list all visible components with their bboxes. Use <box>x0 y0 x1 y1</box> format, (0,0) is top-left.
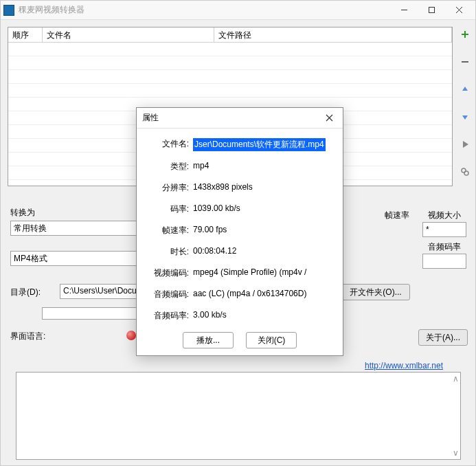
svg-point-2 <box>464 171 468 175</box>
convert-mode-combo[interactable]: 常用转换 <box>10 221 148 236</box>
col-filepath[interactable]: 文件路径 <box>214 27 452 42</box>
progress-bar <box>42 307 152 320</box>
dialog-close-btn[interactable]: 关闭(C) <box>246 332 297 348</box>
titlebar: 稞麦网视频转换器 <box>1 1 475 20</box>
col-filename[interactable]: 文件名 <box>43 27 214 42</box>
audio-bitrate-label: 音频码率 <box>428 241 461 253</box>
convert-to-label: 转换为 <box>10 207 35 219</box>
table-row[interactable] <box>8 56 452 70</box>
col-order[interactable]: 顺序 <box>8 27 43 42</box>
table-row[interactable] <box>8 43 452 56</box>
window-title: 稞麦网视频转换器 <box>19 4 390 16</box>
scroll-down-icon[interactable]: ∨ <box>453 448 459 458</box>
play-button[interactable] <box>457 137 473 152</box>
remove-button[interactable] <box>457 54 473 69</box>
dialog-play-button[interactable]: 播放... <box>183 332 234 348</box>
table-header: 顺序 文件名 文件路径 <box>8 27 452 43</box>
prop-filename: 文件名: Jser\Documents\软件更新流程.mp4 <box>146 138 333 151</box>
combo-value: 常用转换 <box>14 223 47 234</box>
prop-type: 类型: mp4 <box>146 161 333 173</box>
prop-fps: 帧速率: 79.00 fps <box>146 225 333 236</box>
settings-button[interactable] <box>457 164 473 179</box>
prop-vcodec: 视频编码: mpeg4 (Simple Profile) (mp4v / <box>146 267 333 279</box>
move-up-button[interactable] <box>457 82 473 97</box>
dialog-button-row: 播放... 关闭(C) <box>137 332 343 348</box>
add-button[interactable] <box>457 27 473 42</box>
table-row[interactable] <box>8 84 452 98</box>
prop-acodec: 音频编码: aac (LC) (mp4a / 0x6134706D) <box>146 289 333 300</box>
close-button[interactable] <box>445 1 473 20</box>
properties-dialog: 属性 文件名: Jser\Documents\软件更新流程.mp4 类型: mp… <box>136 107 343 356</box>
scroll-up-icon[interactable]: ∧ <box>453 374 459 384</box>
prop-resolution: 分辨率: 1438x898 pixels <box>146 182 333 194</box>
format-combo[interactable]: MP4格式 <box>10 251 148 266</box>
prop-bitrate: 码率: 1039.00 kb/s <box>146 203 333 215</box>
frame-rate-label: 帧速率 <box>385 210 409 221</box>
combo-value: MP4格式 <box>14 253 47 265</box>
dialog-body: 文件名: Jser\Documents\软件更新流程.mp4 类型: mp4 分… <box>137 129 343 322</box>
ui-lang-label: 界面语言: <box>10 331 45 342</box>
about-button[interactable]: 关于(A)... <box>418 329 468 346</box>
log-textarea[interactable]: ∧ ∨ <box>16 372 461 460</box>
prop-duration: 时长: 00:08:04.12 <box>146 246 333 258</box>
combo-value: * <box>426 225 429 234</box>
app-icon <box>3 5 14 16</box>
dir-label: 目录(D): <box>10 287 41 298</box>
side-toolbar <box>457 27 473 179</box>
video-size-label: 视频大小 <box>428 210 461 221</box>
move-down-button[interactable] <box>457 109 473 124</box>
prop-abitrate: 音频码率: 3.00 kb/s <box>146 310 333 322</box>
video-size-combo[interactable]: * <box>422 222 466 237</box>
dialog-close-button[interactable] <box>321 110 337 126</box>
table-row[interactable] <box>8 70 452 84</box>
dialog-titlebar: 属性 <box>137 108 343 129</box>
audio-bitrate-input[interactable] <box>422 254 466 269</box>
minimize-button[interactable] <box>390 1 418 20</box>
dir-input[interactable]: C:\Users\User\Docum <box>60 284 148 299</box>
svg-rect-0 <box>429 8 434 13</box>
radio-dot-icon <box>126 331 136 340</box>
open-folder-button[interactable]: 开文件夹(O)... <box>341 284 410 300</box>
website-link[interactable]: http://www.xmlbar.net <box>365 361 443 370</box>
maximize-button[interactable] <box>418 1 445 20</box>
prop-filename-value[interactable]: Jser\Documents\软件更新流程.mp4 <box>193 138 326 151</box>
dialog-title: 属性 <box>142 112 321 124</box>
